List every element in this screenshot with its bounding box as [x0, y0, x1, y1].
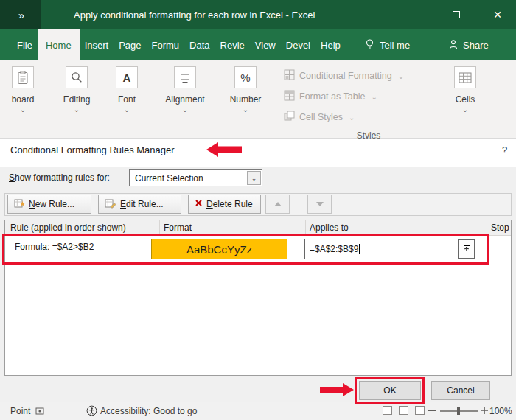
tab-home[interactable]: Home [38, 29, 80, 60]
view-page-break-icon[interactable] [415, 406, 425, 415]
tell-me-button[interactable]: Tell me [364, 29, 410, 60]
conditional-formatting-label: Conditional Formatting [299, 71, 392, 81]
close-button[interactable]: ✕ [481, 0, 515, 29]
chevron-down-icon: ⌄ [216, 107, 275, 112]
tab-file[interactable]: File [12, 29, 38, 60]
close-icon: ✕ [493, 9, 502, 21]
accessibility-status[interactable]: Accessibility: Good to go [100, 406, 197, 416]
magnifier-icon [66, 66, 88, 88]
alignment-lines-icon [174, 66, 196, 88]
quick-access-toolbar-button[interactable]: » [0, 0, 41, 29]
cancel-button[interactable]: Cancel [431, 381, 490, 400]
window-title: Apply conditional formatting for each ro… [74, 0, 315, 29]
edit-rule-button[interactable]: Edit Rule... [98, 195, 181, 214]
new-rule-button[interactable]: New Rule... [7, 195, 91, 214]
delete-rule-label: Delete Rule [206, 199, 253, 209]
maximize-button[interactable] [439, 0, 473, 29]
font-a-icon: A [116, 66, 138, 88]
move-down-icon [316, 202, 324, 206]
chevron-down-icon: ⌄ [0, 107, 52, 112]
chevron-down-icon: ⌄ [156, 107, 215, 112]
cells-grid-icon [454, 66, 476, 88]
ribbon-group-cells[interactable]: Cells ⌄ [436, 66, 495, 112]
ribbon-tab-bar: File Home Insert Page Formu Data Revie V… [0, 29, 516, 60]
format-as-table-icon [284, 90, 295, 103]
number-group-label: Number [216, 94, 275, 105]
tab-page-layout[interactable]: Page [114, 29, 146, 60]
cell-styles-button[interactable]: Cell Styles ⌄ [284, 111, 355, 124]
column-header-format: Format [164, 223, 192, 233]
status-mode: Point [10, 406, 30, 416]
show-rules-label: Show formatting rules for: [9, 172, 110, 183]
chevron-down-icon: ⌄ [349, 113, 355, 122]
zoom-out-icon[interactable] [428, 410, 436, 411]
annotation-box-rule-row [2, 234, 489, 265]
delete-x-icon [195, 199, 203, 209]
share-person-icon [448, 39, 459, 52]
minimize-button[interactable] [398, 0, 432, 29]
tab-insert[interactable]: Insert [80, 29, 114, 60]
clipboard-icon [12, 66, 34, 88]
delete-rule-button[interactable]: Delete Rule [188, 195, 261, 214]
move-rule-down-button[interactable] [307, 195, 332, 214]
rules-scope-value: Current Selection [135, 173, 203, 183]
chevron-down-icon: ⌄ [97, 107, 156, 112]
share-label: Share [463, 40, 489, 51]
status-bar [0, 402, 516, 420]
conditional-formatting-button[interactable]: Conditional Formatting ⌄ [284, 69, 404, 83]
column-header-rule: Rule (applied in order shown) [10, 223, 126, 233]
share-button[interactable]: Share [448, 29, 489, 60]
chevron-down-icon: ⌄ [398, 72, 404, 80]
quick-access-chevrons-icon: » [18, 9, 23, 21]
new-rule-label: New Rule... [29, 199, 74, 209]
zoom-in-icon[interactable] [481, 406, 488, 416]
view-normal-icon[interactable] [383, 406, 392, 415]
percent-icon: % [234, 66, 257, 88]
format-as-table-label: Format as Table [299, 91, 365, 102]
column-header-applies-to: Applies to [310, 223, 349, 233]
tab-data[interactable]: Data [184, 29, 215, 60]
cell-styles-icon [284, 111, 295, 124]
macro-record-icon[interactable] [35, 407, 44, 418]
annotation-arrow-ok [320, 382, 354, 397]
help-icon[interactable]: ? [502, 144, 507, 155]
clipboard-group-label: board [0, 94, 52, 105]
ribbon-group-alignment[interactable]: Alignment ⌄ [156, 66, 215, 112]
view-page-layout-icon[interactable] [399, 406, 408, 415]
new-rule-icon [14, 198, 25, 211]
tab-formulas[interactable]: Formu [147, 29, 185, 60]
zoom-level[interactable]: 100% [489, 406, 512, 416]
column-header-stop: Stop [491, 223, 509, 233]
annotation-arrow-title [206, 141, 242, 158]
edit-rule-label: Edit Rule... [120, 199, 164, 209]
annotation-box-ok [355, 377, 425, 404]
ribbon-group-number[interactable]: % Number ⌄ [216, 66, 275, 112]
tab-developer[interactable]: Devel [281, 29, 315, 60]
edit-rule-icon [105, 198, 116, 211]
cells-group-label: Cells [436, 94, 495, 105]
tab-help[interactable]: Help [315, 29, 346, 60]
alignment-group-label: Alignment [156, 94, 215, 105]
format-as-table-button[interactable]: Format as Table ⌄ [284, 90, 377, 103]
zoom-slider-thumb[interactable] [457, 407, 460, 415]
rules-scope-dropdown[interactable]: Current Selection ⌄ [129, 169, 262, 186]
conditional-formatting-icon [284, 69, 295, 83]
title-bar: » Apply conditional formatting for each … [0, 0, 516, 29]
accessibility-icon[interactable] [86, 405, 97, 419]
chevron-down-icon: ⌄ [371, 93, 377, 101]
tab-review[interactable]: Revie [215, 29, 250, 60]
minimize-icon [411, 15, 419, 15]
chevron-down-icon: ⌄ [436, 107, 495, 112]
ribbon-group-font[interactable]: A Font ⌄ [97, 66, 156, 112]
cell-styles-label: Cell Styles [299, 112, 343, 122]
tab-view[interactable]: View [250, 29, 281, 60]
move-rule-up-button[interactable] [265, 195, 290, 214]
tell-me-label: Tell me [380, 40, 410, 51]
maximize-icon [453, 11, 460, 18]
dialog-title: Conditional Formatting Rules Manager [10, 144, 175, 155]
move-up-icon [274, 202, 282, 206]
dropdown-arrow-icon[interactable]: ⌄ [247, 171, 261, 185]
lightbulb-icon [364, 38, 375, 52]
font-group-label: Font [97, 94, 156, 105]
ribbon-group-clipboard[interactable]: board ⌄ [0, 66, 52, 112]
